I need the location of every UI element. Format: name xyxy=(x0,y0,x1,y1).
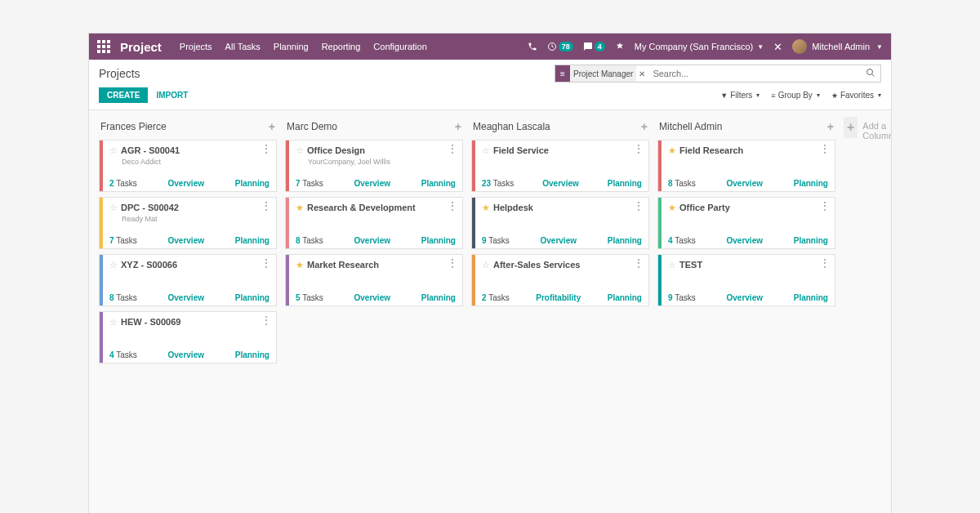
card-menu-icon[interactable]: ⋮ xyxy=(634,258,644,268)
messaging-icon[interactable]: 4 xyxy=(583,42,605,51)
planning-link[interactable]: Planning xyxy=(421,179,456,188)
tray-icon[interactable] xyxy=(615,42,625,51)
favorite-star[interactable]: ★ xyxy=(296,260,304,270)
planning-link[interactable]: Planning xyxy=(794,293,828,302)
card-menu-icon[interactable]: ⋮ xyxy=(634,144,644,154)
planning-link[interactable]: Planning xyxy=(608,293,642,302)
favorites-dropdown[interactable]: ★Favorites▾ xyxy=(831,91,881,100)
create-button[interactable]: CREATE xyxy=(99,87,148,103)
favorite-star[interactable]: ☆ xyxy=(109,260,118,270)
favorite-star[interactable]: ☆ xyxy=(482,145,490,156)
favorite-star[interactable]: ☆ xyxy=(109,317,118,328)
favorite-star[interactable]: ★ xyxy=(668,145,676,156)
tasks-link[interactable]: 2 Tasks xyxy=(482,293,510,302)
tasks-link[interactable]: 23 Tasks xyxy=(482,179,514,188)
tasks-link[interactable]: 9 Tasks xyxy=(482,236,510,245)
project-card[interactable]: ☆AGR - S00041Deco Addict2 TasksOverviewP… xyxy=(99,140,277,192)
import-button[interactable]: IMPORT xyxy=(156,91,188,100)
phone-icon[interactable] xyxy=(528,42,537,51)
project-card[interactable]: ★Helpdesk9 TasksOverviewPlanning⋮ xyxy=(471,197,649,249)
tasks-link[interactable]: 8 Tasks xyxy=(296,236,323,245)
overview-link[interactable]: Overview xyxy=(354,179,390,188)
project-card[interactable]: ★Office Party4 TasksOverviewPlanning⋮ xyxy=(657,197,835,249)
card-menu-icon[interactable]: ⋮ xyxy=(261,201,271,211)
favorite-star[interactable]: ★ xyxy=(668,203,676,213)
filter-facet-remove[interactable]: ✕ xyxy=(636,69,648,78)
search-bar[interactable]: ≡ Project Manager ✕ xyxy=(555,65,881,83)
tasks-link[interactable]: 4 Tasks xyxy=(668,236,696,245)
planning-link[interactable]: Planning xyxy=(235,293,270,302)
planning-link[interactable]: Planning xyxy=(235,179,270,188)
overview-link[interactable]: Overview xyxy=(168,293,204,302)
tasks-link[interactable]: 4 Tasks xyxy=(109,350,137,359)
overview-link[interactable]: Overview xyxy=(168,350,204,359)
apps-icon[interactable] xyxy=(97,40,110,53)
card-menu-icon[interactable]: ⋮ xyxy=(448,258,457,268)
favorite-star[interactable]: ★ xyxy=(482,203,490,213)
favorite-star[interactable]: ☆ xyxy=(296,145,304,156)
tasks-link[interactable]: 8 Tasks xyxy=(668,179,696,188)
planning-link[interactable]: Planning xyxy=(421,293,456,302)
search-icon[interactable] xyxy=(861,68,880,80)
card-menu-icon[interactable]: ⋮ xyxy=(820,258,830,268)
card-menu-icon[interactable]: ⋮ xyxy=(261,258,271,268)
nav-reporting[interactable]: Reporting xyxy=(322,42,361,51)
tasks-link[interactable]: 7 Tasks xyxy=(296,179,323,188)
filters-dropdown[interactable]: ▼Filters▾ xyxy=(720,91,760,100)
card-menu-icon[interactable]: ⋮ xyxy=(261,315,271,325)
project-card[interactable]: ★Market Research5 TasksOverviewPlanning⋮ xyxy=(285,254,463,306)
nav-projects[interactable]: Projects xyxy=(180,42,212,51)
project-card[interactable]: ☆TEST9 TasksOverviewPlanning⋮ xyxy=(657,254,835,306)
project-card[interactable]: ★Field Research8 TasksOverviewPlanning⋮ xyxy=(657,140,835,192)
overview-link[interactable]: Overview xyxy=(727,236,763,245)
project-card[interactable]: ☆After-Sales Services2 TasksProfitabilit… xyxy=(471,254,649,306)
overview-link[interactable]: Overview xyxy=(541,236,577,245)
favorite-star[interactable]: ☆ xyxy=(482,260,490,270)
groupby-dropdown[interactable]: ≡Group By▾ xyxy=(771,91,820,100)
favorite-star[interactable]: ☆ xyxy=(668,260,676,270)
card-menu-icon[interactable]: ⋮ xyxy=(820,201,830,211)
add-card-button[interactable]: + xyxy=(641,120,648,133)
nav-planning[interactable]: Planning xyxy=(274,42,309,51)
project-card[interactable]: ★Research & Development8 TasksOverviewPl… xyxy=(285,197,463,249)
tasks-link[interactable]: 9 Tasks xyxy=(668,293,696,302)
project-card[interactable]: ☆Office DesignYourCompany, Joel Willis7 … xyxy=(285,140,463,192)
user-menu[interactable]: Mitchell Admin ▼ xyxy=(792,39,883,54)
planning-link[interactable]: Planning xyxy=(235,236,270,245)
card-menu-icon[interactable]: ⋮ xyxy=(261,144,271,154)
project-card[interactable]: ☆Field Service23 TasksOverviewPlanning⋮ xyxy=(471,140,649,192)
tasks-link[interactable]: 8 Tasks xyxy=(109,293,137,302)
tasks-link[interactable]: 2 Tasks xyxy=(109,179,137,188)
overview-link[interactable]: Overview xyxy=(354,236,390,245)
planning-link[interactable]: Planning xyxy=(235,350,270,359)
project-card[interactable]: ☆HEW - S000694 TasksOverviewPlanning⋮ xyxy=(99,311,277,364)
tasks-link[interactable]: 7 Tasks xyxy=(109,236,137,245)
nav-all-tasks[interactable]: All Tasks xyxy=(225,42,261,51)
card-menu-icon[interactable]: ⋮ xyxy=(634,201,644,211)
planning-link[interactable]: Planning xyxy=(794,179,828,188)
favorite-star[interactable]: ☆ xyxy=(109,145,118,156)
nav-configuration[interactable]: Configuration xyxy=(373,42,426,51)
favorite-star[interactable]: ☆ xyxy=(109,203,118,213)
overview-link[interactable]: Overview xyxy=(354,293,390,302)
planning-link[interactable]: Planning xyxy=(608,236,642,245)
profitability-link[interactable]: Profitability xyxy=(536,293,581,302)
project-card[interactable]: ☆XYZ - S000668 TasksOverviewPlanning⋮ xyxy=(99,254,277,306)
add-column-label[interactable]: Add a Column xyxy=(862,117,892,141)
project-card[interactable]: ☆DPC - S00042Ready Mat7 TasksOverviewPla… xyxy=(99,197,277,249)
overview-link[interactable]: Overview xyxy=(727,179,763,188)
add-card-button[interactable]: + xyxy=(455,120,461,133)
overview-link[interactable]: Overview xyxy=(168,236,204,245)
overview-link[interactable]: Overview xyxy=(542,179,578,188)
favorite-star[interactable]: ★ xyxy=(296,203,304,213)
planning-link[interactable]: Planning xyxy=(608,179,642,188)
planning-link[interactable]: Planning xyxy=(794,236,828,245)
search-input[interactable] xyxy=(648,69,861,78)
add-card-button[interactable]: + xyxy=(269,120,275,133)
activity-icon[interactable]: 78 xyxy=(547,42,573,51)
card-menu-icon[interactable]: ⋮ xyxy=(820,144,830,154)
add-column-button[interactable]: + xyxy=(844,117,858,138)
company-selector[interactable]: My Company (San Francisco) ▼ xyxy=(635,42,764,51)
card-menu-icon[interactable]: ⋮ xyxy=(448,144,457,154)
add-card-button[interactable]: + xyxy=(827,120,834,133)
